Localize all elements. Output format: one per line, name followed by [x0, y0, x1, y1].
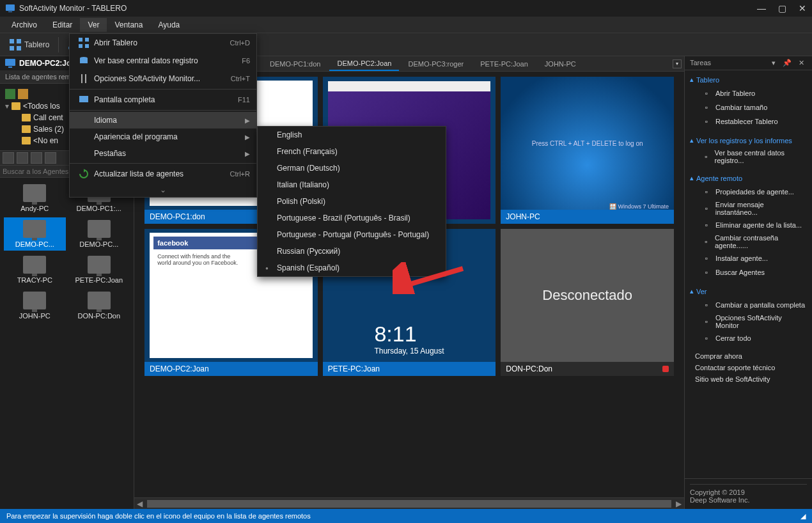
task-link-icon: ▫: [701, 116, 712, 127]
task-link-icon: ▫: [701, 333, 712, 343]
task-section-title[interactable]: ▴ Tablero: [690, 73, 807, 86]
language-option[interactable]: French (Français): [258, 143, 446, 160]
menu-item[interactable]: Pantalla completaF11: [70, 91, 256, 109]
tab[interactable]: DEMO-PC3:roger: [400, 58, 471, 70]
tab[interactable]: DEMO-PC2:Joan: [329, 57, 399, 71]
language-option[interactable]: Spanish (Español): [258, 260, 446, 276]
task-link-icon: ▫: [701, 253, 712, 263]
menu-item[interactable]: Actualizar lista de agentesCtrl+R: [70, 165, 256, 183]
hscrollbar[interactable]: ◀ ▶: [134, 497, 684, 509]
thumbnail[interactable]: Press CTRL + ALT + DELETE to log on🪟 Win…: [501, 77, 674, 224]
agent-view-3[interactable]: [31, 152, 42, 164]
task-link[interactable]: Contactar soporte técnico: [690, 362, 807, 373]
hscrollbar-thumb[interactable]: [147, 500, 671, 508]
menu-archivo[interactable]: Archivo: [4, 18, 45, 32]
statusbar-text: Para empezar la supervisión haga doble c…: [6, 512, 311, 520]
agent-label: DEMO-PC1:...: [77, 205, 121, 212]
agent-item[interactable]: Andy-PC: [4, 182, 66, 215]
task-section-title[interactable]: ▴ Ver: [690, 285, 807, 298]
close-button[interactable]: ✕: [798, 4, 807, 13]
task-link-label: Cambiar a pantalla completa: [715, 301, 805, 309]
thumbnail[interactable]: DesconectadoDON-PC:Don: [501, 229, 674, 376]
agent-view-2[interactable]: [17, 152, 28, 164]
maximize-button[interactable]: ▢: [777, 4, 786, 13]
agent-item[interactable]: DEMO-PC...: [68, 217, 130, 251]
task-link-icon: ▫: [701, 267, 712, 277]
language-option[interactable]: German (Deutsch): [258, 160, 446, 176]
menu-item[interactable]: Opciones SoftActivity Monitor...Ctrl+T: [70, 70, 256, 88]
task-link[interactable]: Sitio web de SoftActivity: [690, 373, 807, 385]
menu-expand[interactable]: ⌄: [70, 183, 256, 197]
task-link[interactable]: ▫Cerrar todo: [690, 331, 807, 345]
pc-icon: [23, 256, 46, 274]
task-link[interactable]: ▫Instalar agente...: [690, 251, 807, 265]
menu-item[interactable]: Pestañas▶: [70, 145, 256, 162]
task-link[interactable]: ▫Cambiar contraseña agente......: [690, 232, 807, 251]
tasks-controls[interactable]: ▾ 📌 ✕: [772, 59, 807, 67]
tree-btn-1-icon[interactable]: [5, 89, 15, 99]
resize-grip-icon[interactable]: ◢: [800, 512, 806, 520]
language-option[interactable]: Italian (Italiano): [258, 176, 446, 193]
thumb-label: DON-PC:Don: [501, 362, 674, 376]
minimize-button[interactable]: —: [757, 4, 766, 13]
task-link-icon: ▫: [701, 102, 712, 113]
language-option[interactable]: Portuguese - Portugal (Português - Portu…: [258, 226, 446, 243]
task-link[interactable]: ▫Ver base central datos registro...: [690, 147, 807, 166]
language-option[interactable]: Russian (Русский): [258, 243, 446, 260]
agent-item[interactable]: TRACY-PC: [4, 253, 66, 286]
agent-item[interactable]: DON-PC:Don: [68, 289, 130, 322]
menu-ayuda[interactable]: Ayuda: [150, 18, 187, 32]
task-link[interactable]: ▫Restablecer Tablero: [690, 114, 807, 129]
menu-item-label: Opciones SoftActivity Monitor...: [91, 74, 231, 83]
pc-icon: [88, 292, 111, 309]
collapse-icon: ▴: [690, 287, 694, 295]
task-link[interactable]: ▫Enviar mensaje instantáneo...: [690, 199, 807, 218]
task-link[interactable]: ▫Cambiar tamaño: [690, 100, 807, 114]
language-option[interactable]: Portuguese - Brazil (Português - Brasil): [258, 210, 446, 226]
task-link[interactable]: Comprar ahora: [690, 350, 807, 362]
window-title: SoftActivity Monitor - TABLERO: [19, 4, 757, 13]
tabstrip-dropdown[interactable]: ▾: [673, 59, 682, 68]
menu-item[interactable]: Abrir TableroCtrl+D: [70, 34, 256, 52]
task-section-title[interactable]: ▴ Agente remoto: [690, 171, 807, 185]
agent-item[interactable]: DEMO-PC...: [4, 217, 66, 251]
task-link[interactable]: ▫Eliminar agente de la lista...: [690, 218, 807, 232]
agent-item[interactable]: PETE-PC:Joan: [68, 253, 130, 286]
toolbar-tablero[interactable]: Tablero: [5, 36, 53, 54]
menu-editar[interactable]: Editar: [45, 18, 80, 32]
agent-item[interactable]: JOHN-PC: [4, 289, 66, 322]
menu-shortcut: F11: [238, 96, 250, 104]
task-link[interactable]: ▫Abrir Tablero: [690, 86, 807, 100]
tasks-title-bar: Tareas ▾ 📌 ✕: [685, 56, 812, 70]
task-section-title[interactable]: ▴ Ver los registros y los informes: [690, 134, 807, 147]
task-link-icon: ▫: [701, 220, 712, 230]
menu-ventana[interactable]: Ventana: [107, 18, 150, 32]
menu-item[interactable]: Idioma▶: [70, 112, 256, 129]
task-link-label: Buscar Agentes: [715, 269, 765, 276]
menu-item[interactable]: Apariencia del programa▶: [70, 129, 256, 145]
tab[interactable]: DEMO-PC1:don: [262, 58, 328, 70]
language-option[interactable]: English: [258, 127, 446, 143]
agent-view-1[interactable]: [3, 152, 14, 164]
menu-item-label: Actualizar lista de agentes: [91, 169, 230, 178]
svg-rect-3: [17, 39, 21, 43]
menu-item-label: Ver base central datos registro: [91, 56, 242, 65]
task-link-icon: ▫: [701, 88, 712, 98]
task-link-label: Contactar soporte técnico: [695, 364, 775, 371]
svg-rect-5: [17, 46, 21, 51]
menu-item-label: Abrir Tablero: [91, 38, 230, 47]
tree-btn-2-icon[interactable]: [18, 89, 28, 99]
language-option[interactable]: Polish (Polski): [258, 193, 446, 210]
task-link[interactable]: ▫Propiedades de agente...: [690, 185, 807, 199]
task-link[interactable]: ▫Cambiar a pantalla completa: [690, 298, 807, 312]
menu-ver[interactable]: Ver: [80, 18, 107, 32]
copyright: Copyright © 2019: [690, 488, 807, 496]
tab[interactable]: PETE-PC:Joan: [472, 58, 536, 70]
menu-item-label: Pestañas: [91, 149, 245, 158]
menu-shortcut: Ctrl+D: [230, 39, 250, 47]
menu-item[interactable]: Ver base central datos registroF6: [70, 52, 256, 70]
task-link[interactable]: ▫Opciones SoftActivity Monitor: [690, 312, 807, 331]
task-link[interactable]: ▫Buscar Agentes: [690, 265, 807, 279]
agent-view-4[interactable]: [45, 152, 56, 164]
tab[interactable]: JOHN-PC: [537, 58, 584, 70]
